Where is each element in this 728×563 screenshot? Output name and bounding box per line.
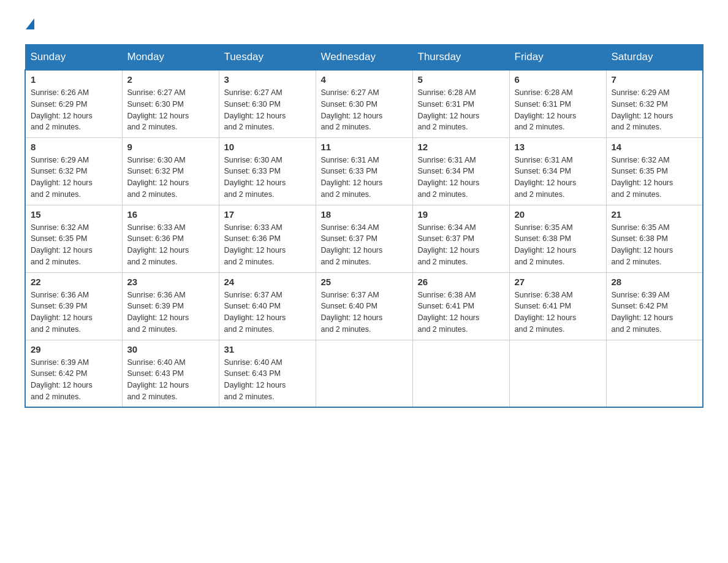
day-number: 23 bbox=[127, 277, 214, 287]
calendar-week-row: 29 Sunrise: 6:39 AMSunset: 6:42 PMDaylig… bbox=[25, 340, 703, 407]
day-number: 31 bbox=[224, 344, 311, 354]
day-number: 30 bbox=[127, 344, 214, 354]
calendar-cell: 28 Sunrise: 6:39 AMSunset: 6:42 PMDaylig… bbox=[606, 272, 703, 340]
day-info: Sunrise: 6:38 AMSunset: 6:41 PMDaylight:… bbox=[418, 291, 480, 334]
day-info: Sunrise: 6:27 AMSunset: 6:30 PMDaylight:… bbox=[127, 88, 189, 131]
day-number: 15 bbox=[31, 209, 117, 220]
day-number: 20 bbox=[515, 209, 601, 220]
calendar-cell: 15 Sunrise: 6:32 AMSunset: 6:35 PMDaylig… bbox=[25, 205, 122, 272]
day-number: 27 bbox=[515, 277, 601, 287]
day-info: Sunrise: 6:26 AMSunset: 6:29 PMDaylight:… bbox=[31, 88, 93, 131]
day-info: Sunrise: 6:31 AMSunset: 6:34 PMDaylight:… bbox=[515, 156, 577, 199]
day-number: 16 bbox=[127, 209, 214, 220]
day-number: 9 bbox=[127, 142, 214, 152]
day-info: Sunrise: 6:35 AMSunset: 6:38 PMDaylight:… bbox=[612, 223, 673, 266]
day-info: Sunrise: 6:32 AMSunset: 6:35 PMDaylight:… bbox=[612, 156, 673, 199]
day-info: Sunrise: 6:37 AMSunset: 6:40 PMDaylight:… bbox=[224, 291, 286, 334]
day-number: 12 bbox=[418, 142, 504, 152]
calendar-cell: 30 Sunrise: 6:40 AMSunset: 6:43 PMDaylig… bbox=[122, 340, 219, 407]
calendar-cell: 27 Sunrise: 6:38 AMSunset: 6:41 PMDaylig… bbox=[509, 272, 606, 340]
calendar-cell bbox=[509, 340, 606, 407]
calendar-cell: 1 Sunrise: 6:26 AMSunset: 6:29 PMDayligh… bbox=[25, 70, 122, 137]
calendar-cell: 25 Sunrise: 6:37 AMSunset: 6:40 PMDaylig… bbox=[316, 272, 412, 340]
day-info: Sunrise: 6:30 AMSunset: 6:33 PMDaylight:… bbox=[224, 156, 286, 199]
day-info: Sunrise: 6:36 AMSunset: 6:39 PMDaylight:… bbox=[127, 291, 189, 334]
calendar-cell: 7 Sunrise: 6:29 AMSunset: 6:32 PMDayligh… bbox=[606, 70, 703, 137]
calendar-cell: 20 Sunrise: 6:35 AMSunset: 6:38 PMDaylig… bbox=[509, 205, 606, 272]
day-info: Sunrise: 6:27 AMSunset: 6:30 PMDaylight:… bbox=[224, 88, 286, 131]
calendar-cell: 17 Sunrise: 6:33 AMSunset: 6:36 PMDaylig… bbox=[219, 205, 316, 272]
day-info: Sunrise: 6:33 AMSunset: 6:36 PMDaylight:… bbox=[127, 223, 189, 266]
calendar-cell: 14 Sunrise: 6:32 AMSunset: 6:35 PMDaylig… bbox=[606, 137, 703, 205]
calendar-cell: 16 Sunrise: 6:33 AMSunset: 6:36 PMDaylig… bbox=[122, 205, 219, 272]
day-info: Sunrise: 6:36 AMSunset: 6:39 PMDaylight:… bbox=[31, 291, 93, 334]
day-info: Sunrise: 6:39 AMSunset: 6:42 PMDaylight:… bbox=[612, 291, 673, 334]
day-number: 5 bbox=[418, 74, 504, 85]
calendar-cell: 18 Sunrise: 6:34 AMSunset: 6:37 PMDaylig… bbox=[316, 205, 412, 272]
calendar-cell: 13 Sunrise: 6:31 AMSunset: 6:34 PMDaylig… bbox=[509, 137, 606, 205]
day-number: 22 bbox=[31, 277, 117, 287]
calendar-cell bbox=[412, 340, 509, 407]
day-info: Sunrise: 6:28 AMSunset: 6:31 PMDaylight:… bbox=[515, 88, 577, 131]
day-info: Sunrise: 6:31 AMSunset: 6:34 PMDaylight:… bbox=[418, 156, 480, 199]
calendar-cell: 4 Sunrise: 6:27 AMSunset: 6:30 PMDayligh… bbox=[316, 70, 412, 137]
calendar-cell: 31 Sunrise: 6:40 AMSunset: 6:43 PMDaylig… bbox=[219, 340, 316, 407]
column-header-sunday: Sunday bbox=[25, 45, 122, 71]
column-header-tuesday: Tuesday bbox=[219, 45, 316, 71]
day-info: Sunrise: 6:33 AMSunset: 6:36 PMDaylight:… bbox=[224, 223, 286, 266]
calendar-cell: 8 Sunrise: 6:29 AMSunset: 6:32 PMDayligh… bbox=[25, 137, 122, 205]
day-info: Sunrise: 6:34 AMSunset: 6:37 PMDaylight:… bbox=[321, 223, 383, 266]
calendar-cell: 23 Sunrise: 6:36 AMSunset: 6:39 PMDaylig… bbox=[122, 272, 219, 340]
calendar-cell: 29 Sunrise: 6:39 AMSunset: 6:42 PMDaylig… bbox=[25, 340, 122, 407]
day-number: 18 bbox=[321, 209, 408, 220]
day-number: 11 bbox=[321, 142, 408, 152]
calendar-cell: 10 Sunrise: 6:30 AMSunset: 6:33 PMDaylig… bbox=[219, 137, 316, 205]
day-number: 13 bbox=[515, 142, 601, 152]
logo bbox=[25, 18, 34, 32]
day-number: 17 bbox=[224, 209, 311, 220]
day-info: Sunrise: 6:28 AMSunset: 6:31 PMDaylight:… bbox=[418, 88, 480, 131]
calendar-cell bbox=[606, 340, 703, 407]
page-header bbox=[25, 18, 703, 32]
day-number: 29 bbox=[31, 344, 117, 354]
day-info: Sunrise: 6:39 AMSunset: 6:42 PMDaylight:… bbox=[31, 358, 93, 401]
calendar-cell: 26 Sunrise: 6:38 AMSunset: 6:41 PMDaylig… bbox=[412, 272, 509, 340]
day-number: 14 bbox=[612, 142, 698, 152]
day-info: Sunrise: 6:31 AMSunset: 6:33 PMDaylight:… bbox=[321, 156, 383, 199]
day-number: 10 bbox=[224, 142, 311, 152]
calendar-cell: 19 Sunrise: 6:34 AMSunset: 6:37 PMDaylig… bbox=[412, 205, 509, 272]
day-number: 8 bbox=[31, 142, 117, 152]
day-number: 21 bbox=[612, 209, 698, 220]
day-number: 1 bbox=[31, 74, 117, 85]
calendar-cell: 22 Sunrise: 6:36 AMSunset: 6:39 PMDaylig… bbox=[25, 272, 122, 340]
day-info: Sunrise: 6:35 AMSunset: 6:38 PMDaylight:… bbox=[515, 223, 577, 266]
day-number: 28 bbox=[612, 277, 698, 287]
day-info: Sunrise: 6:40 AMSunset: 6:43 PMDaylight:… bbox=[224, 358, 286, 401]
calendar-cell: 12 Sunrise: 6:31 AMSunset: 6:34 PMDaylig… bbox=[412, 137, 509, 205]
column-header-thursday: Thursday bbox=[412, 45, 509, 71]
day-info: Sunrise: 6:34 AMSunset: 6:37 PMDaylight:… bbox=[418, 223, 480, 266]
day-info: Sunrise: 6:40 AMSunset: 6:43 PMDaylight:… bbox=[127, 358, 189, 401]
day-number: 24 bbox=[224, 277, 311, 287]
calendar-cell: 9 Sunrise: 6:30 AMSunset: 6:32 PMDayligh… bbox=[122, 137, 219, 205]
calendar-cell: 24 Sunrise: 6:37 AMSunset: 6:40 PMDaylig… bbox=[219, 272, 316, 340]
calendar-week-row: 1 Sunrise: 6:26 AMSunset: 6:29 PMDayligh… bbox=[25, 70, 703, 137]
day-number: 7 bbox=[612, 74, 698, 85]
day-number: 3 bbox=[224, 74, 311, 85]
day-number: 26 bbox=[418, 277, 504, 287]
calendar-cell: 5 Sunrise: 6:28 AMSunset: 6:31 PMDayligh… bbox=[412, 70, 509, 137]
calendar-week-row: 8 Sunrise: 6:29 AMSunset: 6:32 PMDayligh… bbox=[25, 137, 703, 205]
calendar-cell: 6 Sunrise: 6:28 AMSunset: 6:31 PMDayligh… bbox=[509, 70, 606, 137]
column-header-wednesday: Wednesday bbox=[316, 45, 412, 71]
day-info: Sunrise: 6:30 AMSunset: 6:32 PMDaylight:… bbox=[127, 156, 189, 199]
calendar-week-row: 15 Sunrise: 6:32 AMSunset: 6:35 PMDaylig… bbox=[25, 205, 703, 272]
calendar-cell: 2 Sunrise: 6:27 AMSunset: 6:30 PMDayligh… bbox=[122, 70, 219, 137]
day-info: Sunrise: 6:38 AMSunset: 6:41 PMDaylight:… bbox=[515, 291, 577, 334]
day-info: Sunrise: 6:32 AMSunset: 6:35 PMDaylight:… bbox=[31, 223, 93, 266]
day-number: 6 bbox=[515, 74, 601, 85]
day-number: 25 bbox=[321, 277, 408, 287]
calendar-header-row: SundayMondayTuesdayWednesdayThursdayFrid… bbox=[25, 45, 703, 71]
calendar-cell bbox=[316, 340, 412, 407]
logo-triangle-icon bbox=[26, 18, 34, 29]
day-info: Sunrise: 6:29 AMSunset: 6:32 PMDaylight:… bbox=[31, 156, 93, 199]
